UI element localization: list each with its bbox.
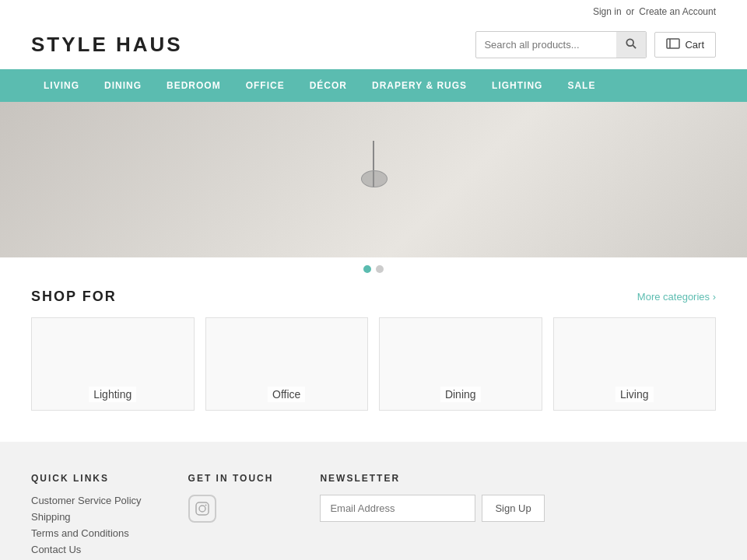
signin-link[interactable]: Sign in <box>593 6 622 17</box>
nav-office[interactable]: OFFICE <box>233 69 297 102</box>
svg-rect-3 <box>196 502 209 515</box>
footer-newsletter: NEWSLETTER Sign Up <box>320 473 716 560</box>
cart-label: Cart <box>685 39 704 51</box>
nav-decor[interactable]: DÉCOR <box>297 69 359 102</box>
category-card-dining[interactable]: Dining <box>379 317 542 411</box>
hero-banner <box>0 102 747 257</box>
more-categories-link[interactable]: More categories › <box>637 291 716 303</box>
category-card-lighting[interactable]: Lighting <box>31 317 195 411</box>
carousel-dots <box>0 257 747 281</box>
category-label-dining: Dining <box>440 387 481 402</box>
shop-title: SHOP FOR <box>31 289 117 305</box>
footer-columns: QUICK LINKS Customer Service Policy Ship… <box>31 473 716 560</box>
search-button[interactable] <box>616 32 646 58</box>
chandelier-decoration <box>373 141 374 187</box>
get-in-touch-title: GET IN TOUCH <box>188 473 274 484</box>
hero-image <box>0 102 747 257</box>
footer: QUICK LINKS Customer Service Policy Ship… <box>0 442 747 560</box>
svg-line-1 <box>633 45 637 48</box>
footer-get-in-touch: GET IN TOUCH <box>188 473 274 560</box>
nav-dining[interactable]: DINING <box>92 69 154 102</box>
cart-icon <box>666 38 680 51</box>
top-bar: Sign in or Create an Account <box>0 0 747 23</box>
quick-link-customer-service[interactable]: Customer Service Policy <box>31 495 142 506</box>
instagram-icon[interactable] <box>188 495 216 523</box>
quick-links-title: QUICK LINKS <box>31 473 142 484</box>
header-right: Cart <box>475 31 716 58</box>
main-nav: LIVING DINING BEDROOM OFFICE DÉCOR DRAPE… <box>0 69 747 102</box>
newsletter-row: Sign Up <box>320 495 716 522</box>
nav-drapery[interactable]: DRAPERY & RUGS <box>359 69 479 102</box>
svg-point-4 <box>199 506 205 512</box>
create-account-link[interactable]: Create an Account <box>639 6 716 17</box>
newsletter-title: NEWSLETTER <box>320 473 716 484</box>
category-grid: Lighting Office Dining Living <box>31 317 716 411</box>
top-bar-separator: or <box>626 6 635 17</box>
svg-point-0 <box>627 39 634 46</box>
newsletter-signup-button[interactable]: Sign Up <box>482 495 544 522</box>
nav-living[interactable]: LIVING <box>31 69 92 102</box>
quick-link-terms[interactable]: Terms and Conditions <box>31 527 142 539</box>
nav-bedroom[interactable]: BEDROOM <box>154 69 233 102</box>
carousel-dot-2[interactable] <box>376 265 384 273</box>
category-label-living: Living <box>615 387 654 402</box>
category-label-office: Office <box>268 387 305 402</box>
category-card-living[interactable]: Living <box>553 317 717 411</box>
svg-rect-2 <box>667 39 679 48</box>
nav-lighting[interactable]: LIGHTING <box>479 69 555 102</box>
newsletter-email-input[interactable] <box>320 495 475 522</box>
header: STYLE HAUS Cart <box>0 23 747 69</box>
category-card-office[interactable]: Office <box>205 317 369 411</box>
quick-link-shipping[interactable]: Shipping <box>31 511 142 523</box>
category-label-lighting: Lighting <box>89 387 136 402</box>
nav-sale[interactable]: SALE <box>555 69 608 102</box>
logo[interactable]: STYLE HAUS <box>31 33 183 57</box>
shop-section: SHOP FOR More categories › Lighting Offi… <box>0 281 747 434</box>
search-input[interactable] <box>476 33 616 57</box>
search-bar <box>475 31 647 58</box>
carousel-dot-1[interactable] <box>363 265 371 273</box>
quick-link-contact[interactable]: Contact Us <box>31 544 142 555</box>
footer-quick-links: QUICK LINKS Customer Service Policy Ship… <box>31 473 142 560</box>
svg-point-5 <box>205 505 206 506</box>
cart-button[interactable]: Cart <box>654 32 716 58</box>
shop-header: SHOP FOR More categories › <box>31 289 716 305</box>
